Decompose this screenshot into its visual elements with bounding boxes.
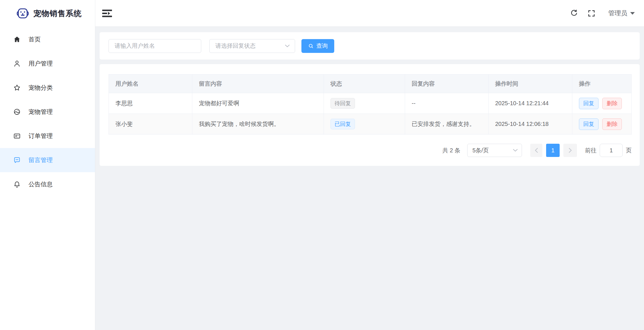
search-icon (308, 43, 314, 49)
cell-username: 李思思 (109, 93, 192, 114)
status-badge: 已回复 (330, 119, 355, 129)
user-name: 管理员 (608, 9, 627, 18)
status-badge: 待回复 (330, 98, 355, 109)
cell-time: 2025-10-14 12:06:18 (489, 114, 572, 135)
chevron-right-icon (569, 148, 572, 153)
sidebar-item-label: 留言管理 (29, 156, 53, 164)
sidebar-item-label: 首页 (29, 35, 41, 43)
column-header-username: 用户姓名 (109, 74, 192, 93)
column-header-actions: 操作 (572, 74, 632, 93)
page-size-value: 5条/页 (472, 147, 513, 154)
message-icon (13, 156, 21, 164)
sidebar-item-messages[interactable]: 留言管理 (0, 148, 95, 172)
reply-button[interactable]: 回复 (579, 98, 599, 109)
page-number-button[interactable]: 1 (546, 144, 560, 157)
next-page-button[interactable] (563, 144, 577, 157)
table-row: 张小斐 我购买了宠物，啥时候发货啊。 已回复 已安排发货，感谢支持。 2025-… (109, 114, 632, 135)
cell-reply: -- (405, 93, 489, 114)
sidebar-item-home[interactable]: 首页 (0, 27, 95, 51)
chevron-down-icon (513, 149, 518, 152)
filter-bar: 请选择回复状态 查询 (100, 32, 640, 60)
order-icon (13, 132, 21, 140)
cell-time: 2025-10-14 12:21:44 (489, 93, 572, 114)
sidebar-item-label: 宠物管理 (29, 108, 53, 116)
messages-table: 用户姓名 留言内容 状态 回复内容 操作时间 操作 李思思 宠物都好可爱啊 待回… (109, 74, 632, 135)
refresh-icon[interactable] (570, 9, 578, 18)
picture-icon (13, 108, 21, 116)
table-row: 李思思 宠物都好可爱啊 待回复 -- 2025-10-14 12:21:44 回… (109, 93, 632, 114)
cell-reply: 已安排发货，感谢支持。 (405, 114, 489, 135)
column-header-content: 留言内容 (192, 74, 324, 93)
sidebar: 宠物销售系统 首页 用户管理 宠物分类 宠物管理 (0, 0, 95, 330)
app-title: 宠物销售系统 (33, 8, 82, 19)
reply-status-select[interactable]: 请选择回复状态 (209, 39, 295, 53)
query-button-label: 查询 (316, 42, 328, 50)
bell-icon (13, 181, 21, 188)
prev-page-button[interactable] (530, 144, 542, 157)
pagination: 共 2 条 5条/页 1 前往 页 (109, 144, 632, 157)
topbar: 管理员 (95, 0, 644, 27)
cell-content: 我购买了宠物，啥时候发货啊。 (192, 114, 324, 135)
username-search-input[interactable] (109, 39, 201, 53)
star-icon (13, 84, 21, 91)
caret-down-icon (630, 12, 635, 15)
sidebar-item-label: 公告信息 (29, 180, 53, 188)
topbar-right: 管理员 (570, 9, 635, 18)
column-header-status: 状态 (324, 74, 405, 93)
delete-button[interactable]: 删除 (602, 118, 622, 130)
main-content: 请选择回复状态 查询 用户姓名 留言内容 状态 回复内容 操作时间 操作 (95, 27, 644, 330)
sidebar-item-label: 宠物分类 (29, 84, 53, 92)
sidebar-item-users[interactable]: 用户管理 (0, 51, 95, 76)
sidebar-menu: 首页 用户管理 宠物分类 宠物管理 订单管理 (0, 27, 95, 196)
sidebar-item-pet-management[interactable]: 宠物管理 (0, 100, 95, 124)
cell-content: 宠物都好可爱啊 (192, 93, 324, 114)
sidebar-item-announcements[interactable]: 公告信息 (0, 172, 95, 196)
sidebar-collapse-button[interactable] (101, 8, 113, 18)
dog-logo-icon (16, 7, 30, 20)
page-unit-label: 页 (626, 147, 632, 154)
sidebar-item-label: 订单管理 (29, 132, 53, 140)
hamburger-icon (102, 9, 113, 18)
reply-status-placeholder: 请选择回复状态 (215, 42, 285, 50)
delete-button[interactable]: 删除 (602, 98, 622, 109)
messages-table-card: 用户姓名 留言内容 状态 回复内容 操作时间 操作 李思思 宠物都好可爱啊 待回… (100, 64, 640, 166)
user-icon (13, 60, 21, 67)
app-logo: 宠物销售系统 (0, 0, 95, 27)
sidebar-item-label: 用户管理 (29, 60, 53, 68)
sidebar-item-pet-categories[interactable]: 宠物分类 (0, 76, 95, 100)
page-size-select[interactable]: 5条/页 (467, 144, 522, 157)
chevron-down-icon (285, 45, 290, 47)
query-button[interactable]: 查询 (301, 39, 334, 53)
goto-label: 前往 (585, 147, 596, 154)
column-header-time: 操作时间 (489, 74, 572, 93)
goto-page-input[interactable] (600, 144, 623, 157)
reply-button[interactable]: 回复 (579, 118, 599, 130)
pagination-total: 共 2 条 (442, 147, 460, 154)
cell-username: 张小斐 (109, 114, 192, 135)
chevron-left-icon (535, 148, 538, 153)
user-dropdown[interactable]: 管理员 (608, 9, 635, 18)
home-icon (13, 36, 21, 43)
table-header-row: 用户姓名 留言内容 状态 回复内容 操作时间 操作 (109, 74, 632, 93)
fullscreen-icon[interactable] (587, 9, 596, 18)
sidebar-item-orders[interactable]: 订单管理 (0, 124, 95, 148)
column-header-reply: 回复内容 (405, 74, 489, 93)
